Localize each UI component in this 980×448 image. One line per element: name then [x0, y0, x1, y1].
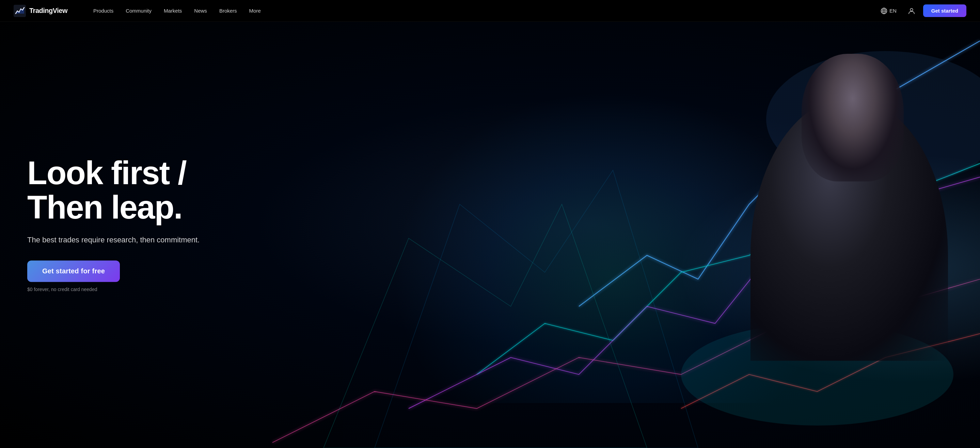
language-label: EN — [889, 8, 897, 14]
hero-content: Look first / Then leap. The best trades … — [0, 134, 227, 314]
nav-item-news[interactable]: News — [189, 5, 213, 16]
get-started-nav-button[interactable]: Get started — [923, 5, 966, 17]
logo-link[interactable]: TradingView — [14, 5, 67, 17]
hero-subtext: The best trades require research, then c… — [27, 234, 200, 245]
nav-item-more[interactable]: More — [244, 5, 266, 16]
hero-person-area — [343, 0, 980, 448]
svg-point-1 — [881, 8, 887, 14]
svg-point-2 — [883, 8, 885, 14]
navbar: TradingView Products Community Markets N… — [0, 0, 980, 22]
person-face-silhouette — [802, 54, 904, 181]
nav-item-products[interactable]: Products — [88, 5, 119, 16]
user-account-button[interactable] — [905, 5, 918, 17]
hero-headline-line2: Then leap. — [27, 189, 182, 226]
svg-point-5 — [910, 8, 913, 11]
hero-cta-note: $0 forever, no credit card needed — [27, 287, 200, 292]
nav-item-brokers[interactable]: Brokers — [214, 5, 242, 16]
user-icon — [908, 7, 915, 14]
globe-icon — [881, 8, 888, 14]
navbar-right: EN Get started — [877, 5, 966, 17]
logo-icon — [14, 5, 26, 17]
hero-cta-button[interactable]: Get started for free — [27, 261, 120, 282]
logo-text: TradingView — [29, 7, 67, 14]
nav-item-community[interactable]: Community — [120, 5, 157, 16]
nav-item-markets[interactable]: Markets — [158, 5, 187, 16]
language-selector[interactable]: EN — [877, 5, 900, 16]
hero-headline-line1: Look first / — [27, 154, 186, 191]
main-nav: Products Community Markets News Brokers … — [88, 5, 877, 16]
hero-headline: Look first / Then leap. — [27, 156, 200, 225]
hero-section: Look first / Then leap. The best trades … — [0, 0, 980, 448]
